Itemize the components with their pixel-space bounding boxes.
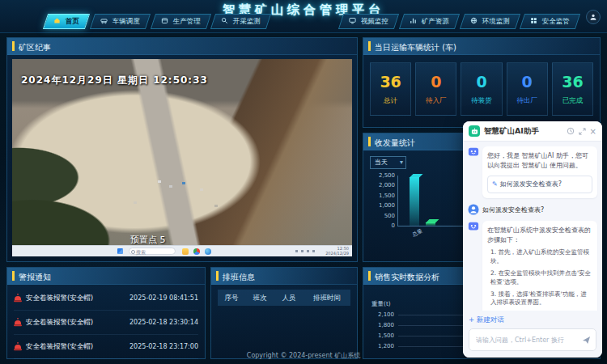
tab-label: 首页	[66, 17, 79, 25]
ai-question-input[interactable]	[474, 336, 582, 345]
panel-header: 当日运输车辆统计 (车)	[363, 38, 600, 55]
panel-daily-vehicle-stats: 当日运输车辆统计 (车) 36总计 0待入厂 0待装货 0待出厂 36已完成	[363, 37, 601, 128]
user-question: 如何派发安全检查表?	[482, 204, 544, 215]
dashboard: 智慧矿山综合管理平台 首页 车辆调度 生产管理 开采监测 视频监控	[0, 0, 607, 364]
alarm-icon	[14, 318, 22, 327]
user-avatar-icon	[468, 204, 479, 215]
vehicle-stat-row: 36总计 0待入厂 0待装货 0待出厂 36已完成	[363, 55, 600, 123]
person-icon	[589, 13, 597, 21]
ai-greeting: 您好，我是 智慧矿山AI 助手，您可以向我提出 智慧矿山 使用问题。	[487, 152, 588, 169]
ai-chat-body: 您好，我是 智慧矿山AI 助手，您可以向我提出 智慧矿山 使用问题。 ✎如何派发…	[463, 141, 602, 311]
panel-shift-info: 排班信息 序号 班次 人员 排班时间	[210, 267, 358, 359]
grid-icon	[530, 17, 537, 24]
suggested-question-chip[interactable]: ✎如何派发安全检查表?	[487, 176, 592, 193]
pencil-icon: ✎	[492, 180, 498, 188]
tab-label: 矿产资源	[422, 17, 449, 25]
tab-label: 视频监控	[361, 17, 388, 25]
tab-safety-supervision[interactable]: 安全监管	[520, 14, 580, 29]
bot-avatar-icon	[468, 146, 479, 158]
tab-label: 开采监测	[233, 17, 261, 25]
panel-title: 收发量统计	[375, 138, 415, 147]
expand-icon[interactable]	[579, 128, 586, 135]
chevron-down-icon: ▾	[400, 157, 403, 168]
tab-home[interactable]: 首页	[43, 14, 90, 29]
tab-environment-monitor[interactable]: 环境监测	[460, 14, 520, 29]
panel-title: 销售实时数据分析	[375, 273, 439, 281]
stat-waiting-entry: 0待入厂	[415, 62, 456, 116]
accent-bar	[368, 41, 371, 51]
stat-waiting-exit: 0待出厂	[507, 62, 548, 116]
tab-label: 车辆调度	[112, 17, 140, 25]
taskbar-clock: 12:50 2024/12/29	[325, 247, 349, 256]
windows-taskbar[interactable]: 搜索 12:50 2024/12/29	[12, 245, 352, 256]
sales-y-axis-label: 重量(t)	[371, 300, 391, 308]
nav-right: 视频监控 矿产资源 环境监测 安全监管	[341, 14, 578, 29]
ai-assistant-panel: 智慧矿山AI助手 × 您好，我是 智慧矿山AI 助手，您可以向我提出 智慧矿山 …	[463, 121, 602, 358]
app-header: 智慧矿山综合管理平台 首页 车辆调度 生产管理 开采监测 视频监控	[0, 0, 607, 33]
accent-bar	[368, 137, 371, 146]
panel-title: 当日运输车辆统计 (车)	[375, 43, 456, 52]
alarm-icon	[14, 342, 22, 351]
stat-waiting-loading: 0待装货	[461, 62, 502, 116]
bot-avatar-icon	[468, 221, 479, 232]
accent-bar	[216, 271, 219, 281]
accent-bar	[12, 41, 15, 51]
shift-table-header: 序号 班次 人员 排班时间	[218, 290, 350, 306]
ai-logo-icon	[469, 125, 480, 137]
accent-bar	[368, 271, 371, 281]
col-time: 排班时间	[304, 290, 350, 306]
panel-mine-chronicle: 矿区纪事 2024年12月29日 星期日 12:50:33 预置点 5 搜索 1…	[6, 37, 358, 262]
tab-video-surveillance[interactable]: 视频监控	[338, 14, 399, 29]
bot-answer: 在智慧矿山系统中派发安全检查表的步骤如下： 1. 首先，进入矿山系统的安全监管模…	[468, 221, 597, 311]
edge-browser-icon[interactable]	[205, 248, 211, 255]
user-message: 如何派发安全检查表?	[468, 204, 597, 215]
tab-label: 环境监测	[482, 17, 509, 25]
calendar-icon	[161, 17, 168, 24]
ai-panel-footer: + 新建对话	[463, 311, 602, 358]
magnifier-icon	[221, 17, 228, 24]
panel-title: 矿区纪事	[19, 43, 51, 52]
windows-start-icon[interactable]	[117, 248, 123, 254]
bot-message: 您好，我是 智慧矿山AI 助手，您可以向我提出 智慧矿山 使用问题。 ✎如何派发…	[468, 146, 597, 198]
site-vehicles	[158, 180, 161, 183]
close-icon[interactable]: ×	[590, 127, 596, 136]
stat-completed: 36已完成	[552, 62, 593, 116]
send-icon[interactable]	[582, 336, 591, 345]
date-range-select[interactable]: 当天▾	[370, 156, 406, 169]
ai-panel-title: 智慧矿山AI助手	[484, 126, 562, 137]
col-seq: 序号	[218, 290, 245, 306]
home-icon	[53, 17, 61, 24]
tab-label: 生产管理	[172, 17, 200, 25]
stat-total: 36总计	[370, 62, 411, 116]
answer-steps: 1. 首先，进入矿山系统的安全监管模块。 2. 在安全监管模块中找到并点击'安全…	[487, 248, 592, 311]
answer-intro: 在智慧矿山系统中派发安全检查表的步骤如下：	[487, 226, 591, 243]
col-shift: 班次	[245, 290, 274, 306]
user-avatar[interactable]	[586, 10, 601, 24]
nav-left: 首页 车辆调度 生产管理 开采监测	[45, 14, 269, 29]
alarm-row[interactable]: 安全着装报警(安全帽)2025-02-18 23:30:14	[14, 311, 198, 335]
vehicle-icon	[100, 17, 108, 24]
browser-icon[interactable]	[193, 248, 200, 255]
alarm-row[interactable]: 安全着装报警(安全帽)2025-02-19 08:41:51	[14, 286, 198, 311]
tab-production-management[interactable]: 生产管理	[151, 14, 211, 29]
taskbar-search-input[interactable]: 搜索	[129, 248, 176, 255]
panel-title: 排班信息	[223, 273, 255, 281]
panel-alarm-notifications: 警报通知 安全着装报警(安全帽)2025-02-19 08:41:51 安全着装…	[6, 267, 206, 359]
tab-mineral-resources[interactable]: 矿产资源	[399, 14, 460, 29]
file-explorer-icon[interactable]	[182, 248, 189, 255]
ai-panel-header: 智慧矿山AI助手 ×	[463, 121, 602, 142]
system-tray-icons[interactable]	[312, 250, 315, 252]
tab-mining-monitor[interactable]: 开采监测	[210, 14, 271, 29]
col-personnel: 人员	[274, 290, 304, 306]
tab-vehicle-dispatch[interactable]: 车辆调度	[90, 14, 151, 29]
panel-header: 警报通知	[7, 268, 205, 285]
alarm-list: 安全着装报警(安全帽)2025-02-19 08:41:51 安全着装报警(安全…	[7, 285, 205, 361]
new-chat-button[interactable]: + 新建对话	[469, 315, 596, 325]
globe-icon	[470, 17, 478, 24]
tab-label: 安全监管	[542, 17, 570, 25]
video-feed[interactable]: 2024年12月29日 星期日 12:50:33 预置点 5 搜索 12:50 …	[12, 59, 352, 256]
panel-header: 排班信息	[211, 268, 357, 285]
history-icon[interactable]	[567, 127, 575, 135]
preset-point-label: 预置点 5	[130, 234, 166, 246]
bar-chart-icon	[410, 17, 417, 24]
